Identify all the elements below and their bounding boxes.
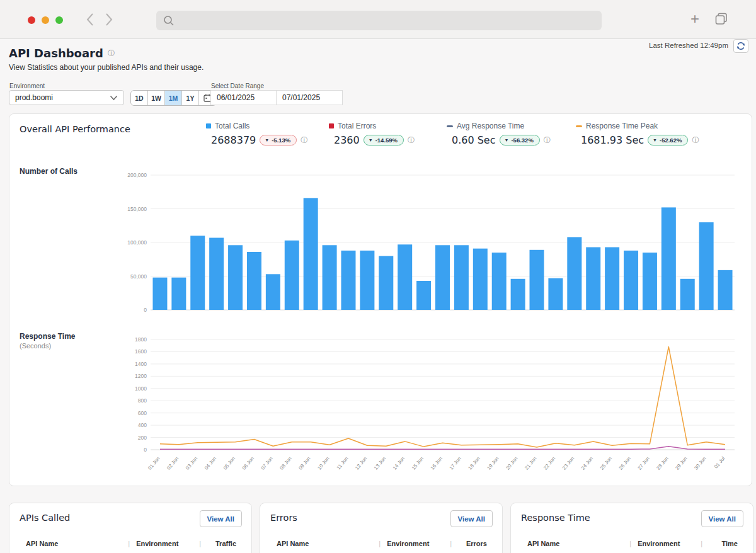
svg-text:11 Jun: 11 Jun bbox=[336, 456, 350, 471]
total-calls-legend-swatch bbox=[206, 123, 211, 128]
range-button-1d[interactable]: 1D bbox=[131, 91, 148, 105]
environment-select[interactable]: prod.boomi bbox=[9, 90, 124, 105]
search-icon bbox=[163, 14, 175, 27]
svg-text:22 Jun: 22 Jun bbox=[542, 456, 556, 471]
new-tab-icon[interactable]: + bbox=[690, 11, 699, 26]
page-title: API Dashboard bbox=[9, 47, 103, 60]
svg-text:100,000: 100,000 bbox=[127, 239, 147, 246]
window-minimize-button[interactable] bbox=[42, 16, 49, 24]
last-refreshed-text: Last Refreshed 12:49pm bbox=[649, 42, 728, 49]
column-traffic: Traffic bbox=[201, 540, 251, 547]
trend-down-icon: ▼ bbox=[369, 138, 373, 142]
svg-text:800: 800 bbox=[138, 397, 147, 404]
svg-text:27 Jun: 27 Jun bbox=[637, 456, 651, 471]
page-subtitle: View Statistics about your published API… bbox=[9, 63, 203, 72]
svg-text:1600: 1600 bbox=[135, 348, 147, 355]
apis-called-card: APIs Called View All API Name | Environm… bbox=[9, 503, 252, 553]
environment-label: Environment bbox=[9, 83, 45, 89]
response-time-table-header: API Name | Environment | Time bbox=[511, 540, 753, 547]
svg-text:600: 600 bbox=[138, 410, 147, 416]
svg-text:200,000: 200,000 bbox=[127, 172, 147, 178]
svg-text:05 Jun: 05 Jun bbox=[222, 456, 236, 471]
start-date-input[interactable]: 06/01/2025 bbox=[210, 90, 277, 105]
overall-api-performance-card: Overall API Performance Total Calls 2688… bbox=[9, 113, 752, 486]
svg-text:1800: 1800 bbox=[135, 336, 147, 343]
page-title-info-icon[interactable]: ⓘ bbox=[108, 50, 115, 57]
column-api-name: API Name bbox=[260, 540, 379, 547]
apis-called-view-all-button[interactable]: View All bbox=[200, 510, 242, 527]
svg-text:24 Jun: 24 Jun bbox=[580, 456, 594, 471]
response-time-title: Response Time bbox=[521, 513, 590, 523]
stat-value: 2360 bbox=[334, 134, 360, 146]
back-icon[interactable] bbox=[86, 13, 94, 26]
svg-text:20 Jun: 20 Jun bbox=[505, 456, 518, 471]
range-button-1y[interactable]: 1Y bbox=[182, 91, 199, 105]
info-icon[interactable]: ⓘ bbox=[692, 137, 699, 144]
trend-down-icon: ▼ bbox=[505, 138, 509, 142]
svg-text:1200: 1200 bbox=[135, 373, 147, 379]
svg-text:15 Jun: 15 Jun bbox=[411, 456, 425, 471]
svg-text:10 Jun: 10 Jun bbox=[316, 456, 330, 471]
delta-badge: ▼-5.13% bbox=[260, 135, 297, 145]
response-time-card: Response Time View All API Name | Enviro… bbox=[510, 503, 753, 553]
svg-text:30 Jun: 30 Jun bbox=[693, 456, 707, 471]
range-button-1w[interactable]: 1W bbox=[148, 91, 165, 105]
stat-response-time-peak: Response Time Peak 1681.93 Sec ▼-52.62% … bbox=[576, 122, 699, 146]
info-icon[interactable]: ⓘ bbox=[301, 137, 307, 144]
errors-table-header: API Name | Environment | Errors bbox=[260, 540, 502, 547]
svg-text:23 Jun: 23 Jun bbox=[561, 456, 575, 471]
window-zoom-button[interactable] bbox=[55, 16, 63, 24]
info-icon[interactable]: ⓘ bbox=[408, 137, 415, 144]
column-environment: Environment bbox=[381, 540, 450, 547]
refresh-button[interactable] bbox=[733, 39, 748, 53]
response-time-view-all-button[interactable]: View All bbox=[701, 510, 743, 527]
end-date-input[interactable]: 07/01/2025 bbox=[277, 90, 343, 105]
refresh-icon bbox=[736, 42, 745, 50]
stat-value: 2688379 bbox=[211, 134, 256, 146]
peak-response-legend-swatch bbox=[576, 125, 582, 127]
svg-text:19 Jun: 19 Jun bbox=[486, 456, 500, 471]
forward-icon[interactable] bbox=[105, 13, 113, 26]
address-bar[interactable] bbox=[156, 11, 602, 30]
response-axis-sublabel: (Seconds) bbox=[20, 342, 51, 350]
window-close-button[interactable] bbox=[28, 16, 35, 24]
svg-text:50,000: 50,000 bbox=[130, 273, 147, 280]
svg-text:21 Jun: 21 Jun bbox=[524, 456, 537, 471]
environment-value: prod.boomi bbox=[15, 93, 53, 102]
svg-text:08 Jun: 08 Jun bbox=[278, 456, 292, 471]
svg-text:150,000: 150,000 bbox=[127, 206, 147, 212]
errors-card: Errors View All API Name | Environment |… bbox=[260, 503, 503, 553]
svg-text:03 Jun: 03 Jun bbox=[185, 456, 198, 471]
response-axis-label: Response Time bbox=[20, 332, 75, 341]
column-time: Time bbox=[702, 540, 753, 547]
response-time-line-chart[interactable]: 02004006008001000120014001600180001 Jun0… bbox=[108, 334, 744, 479]
svg-text:18 Jun: 18 Jun bbox=[467, 456, 481, 471]
apis-called-title: APIs Called bbox=[20, 513, 70, 523]
tab-overview-icon[interactable] bbox=[714, 12, 728, 26]
range-button-1m[interactable]: 1M bbox=[165, 91, 182, 105]
summary-tables-row: APIs Called View All API Name | Environm… bbox=[9, 503, 753, 553]
column-api-name: API Name bbox=[9, 540, 128, 547]
column-environment: Environment bbox=[631, 540, 701, 547]
svg-text:400: 400 bbox=[138, 422, 147, 428]
info-icon[interactable]: ⓘ bbox=[544, 137, 551, 144]
calls-bar-chart[interactable]: 050,000100,000150,000200,000 bbox=[108, 168, 744, 319]
svg-text:04 Jun: 04 Jun bbox=[203, 456, 217, 471]
api-dashboard-page: + Last Refreshed 12:49pm API Dashboard ⓘ… bbox=[0, 0, 756, 553]
svg-text:29 Jun: 29 Jun bbox=[674, 456, 688, 471]
svg-text:16 Jun: 16 Jun bbox=[430, 456, 444, 471]
svg-text:26 Jun: 26 Jun bbox=[618, 456, 632, 471]
delta-badge: ▼-14.59% bbox=[364, 135, 404, 145]
svg-text:13 Jun: 13 Jun bbox=[373, 456, 387, 471]
stat-value: 1681.93 Sec bbox=[581, 134, 644, 146]
window-controls bbox=[28, 16, 63, 24]
stat-total-errors: Total Errors 2360 ▼-14.59% ⓘ bbox=[329, 122, 415, 146]
stat-value: 0.60 Sec bbox=[452, 134, 496, 146]
delta-badge: ▼-52.62% bbox=[648, 135, 688, 145]
errors-view-all-button[interactable]: View All bbox=[450, 510, 493, 527]
dashboard-content: Last Refreshed 12:49pm API Dashboard ⓘ V… bbox=[0, 39, 756, 553]
column-errors: Errors bbox=[452, 540, 502, 547]
avg-response-legend-swatch bbox=[447, 125, 453, 127]
errors-title: Errors bbox=[270, 513, 297, 523]
browser-tab-controls: + bbox=[690, 11, 728, 26]
